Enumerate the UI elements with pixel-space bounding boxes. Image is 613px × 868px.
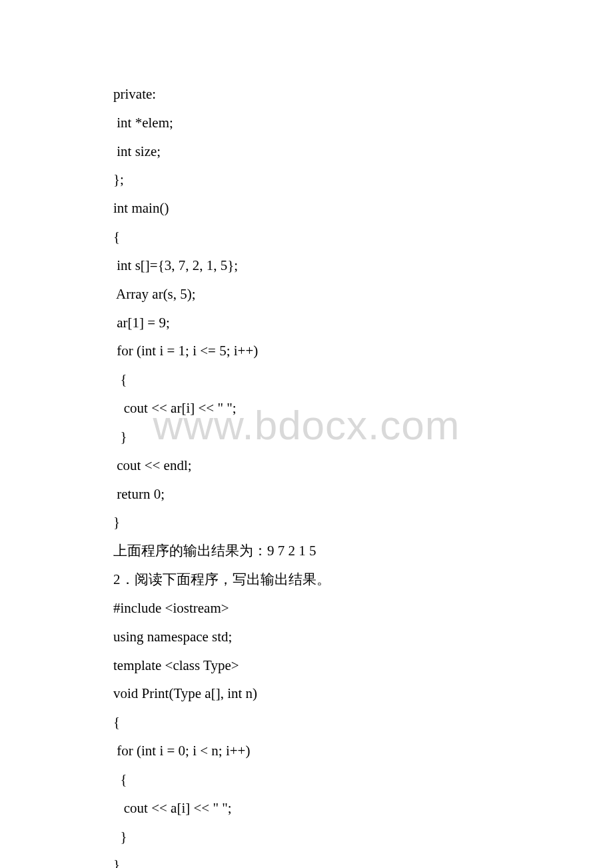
code-line: { [113,365,500,394]
code-line: } [113,823,500,851]
code-line: for (int i = 0; i < n; i++) [113,737,500,765]
code-line: cout << ar[i] << " "; [113,394,500,423]
code-line: 上面程序的输出结果为：9 7 2 1 5 [113,537,500,565]
code-line: }; [113,165,500,194]
code-line: { [113,223,500,251]
code-line: private: [113,80,500,109]
code-line: { [113,708,500,737]
code-line: Array ar(s, 5); [113,280,500,309]
code-line: int main() [113,194,500,223]
code-line: void Print(Type a[], int n) [113,679,500,708]
code-line: } [113,851,500,868]
code-line: 2．阅读下面程序，写出输出结果。 [113,565,500,594]
code-line: #include <iostream> [113,594,500,623]
document-content: private: int *elem; int size;};int main(… [113,80,500,868]
code-line: cout << endl; [113,451,500,480]
code-line: } [113,508,500,537]
code-line: ar[1] = 9; [113,309,500,337]
code-line: using namespace std; [113,623,500,651]
code-line: for (int i = 1; i <= 5; i++) [113,337,500,365]
code-line: } [113,423,500,451]
code-line: int size; [113,137,500,166]
document-page: www.bdocx.com private: int *elem; int si… [0,0,613,868]
code-line: template <class Type> [113,651,500,680]
code-line: { [113,765,500,794]
code-line: cout << a[i] << " "; [113,794,500,823]
code-line: return 0; [113,480,500,509]
code-line: int s[]={3, 7, 2, 1, 5}; [113,251,500,280]
code-line: int *elem; [113,109,500,137]
